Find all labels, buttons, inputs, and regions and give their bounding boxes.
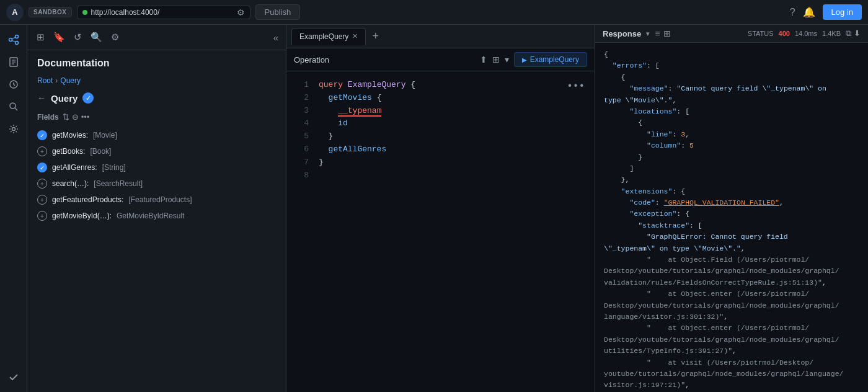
field-type: [Movie] <box>93 131 117 140</box>
fields-more-icon[interactable]: ••• <box>81 112 90 122</box>
layout-chevron-icon[interactable]: ▾ <box>505 55 509 65</box>
svg-point-2 <box>15 42 18 45</box>
code-line-2: 2 getMovies { <box>296 92 585 105</box>
response-size: 1.4KB <box>822 30 841 37</box>
line-content: query ExampleQuery { <box>319 79 415 92</box>
fields-sort-icon[interactable]: ⇅ <box>63 112 69 122</box>
field-type: [Book] <box>90 147 111 156</box>
field-list: ✓ getMovies: [Movie] + getBooks: [Book] … <box>27 125 286 226</box>
doc-bookmark-icon[interactable]: 🔖 <box>51 30 67 45</box>
status-code: 400 <box>779 30 790 37</box>
editor-toolbar: Operation ⬆ ⊞ ▾ ExampleQuery <box>286 48 595 71</box>
code-line-1: 1 query ExampleQuery { <box>296 79 585 92</box>
code-line-8: 8 <box>296 169 585 182</box>
field-plus-icon: + <box>37 211 47 221</box>
settings-icon[interactable]: ⚙ <box>237 7 245 17</box>
code-line-4: 4 id <box>296 117 585 130</box>
login-button[interactable]: Log in <box>823 4 862 20</box>
help-icon[interactable]: ? <box>790 7 795 18</box>
url-text: http://localhost:4000/ <box>91 8 160 17</box>
sidebar-icon-search[interactable] <box>4 97 24 117</box>
code-line-6: 6 getAllGenres <box>296 143 585 156</box>
doc-settings-icon[interactable]: ⚙ <box>109 30 121 45</box>
back-arrow-icon[interactable]: ← <box>37 93 46 103</box>
sidebar-icon-docs[interactable] <box>4 52 24 72</box>
field-type: [String] <box>102 163 126 172</box>
editor-panel: ExampleQuery ✕ + Operation ⬆ ⊞ ▾ Example… <box>286 25 595 392</box>
line-content: __typenam <box>319 105 381 118</box>
field-name: getMovieById(…): <box>52 212 112 220</box>
field-type: GetMovieByIdResult <box>117 212 184 220</box>
field-name: getFeaturedProducts: <box>52 195 123 204</box>
publish-button[interactable]: Publish <box>255 4 301 20</box>
sidebar-icon-history[interactable] <box>4 74 24 94</box>
tab-close-icon[interactable]: ✕ <box>352 32 358 40</box>
query-title: Query <box>51 93 78 104</box>
line-content: getMovies { <box>319 92 381 105</box>
doc-grid-icon[interactable]: ⊞ <box>35 30 46 45</box>
sidebar-icon-check[interactable] <box>4 367 24 387</box>
response-body[interactable]: { "errors": [ { "message": "Cannot query… <box>595 43 868 392</box>
run-button[interactable]: ExampleQuery <box>514 52 587 67</box>
line-number: 8 <box>296 169 309 182</box>
code-editor[interactable]: ••• 1 query ExampleQuery { 2 getMovies {… <box>286 71 595 392</box>
response-time: 14.0ms <box>795 30 817 37</box>
list-item[interactable]: ✓ getAllGenres: [String] <box>37 160 276 175</box>
line-number: 3 <box>296 105 309 118</box>
list-item[interactable]: + getFeaturedProducts: [FeaturedProducts… <box>37 192 276 207</box>
doc-toolbar: ⊞ 🔖 ↺ 🔍 ⚙ « <box>27 25 286 50</box>
doc-search-icon[interactable]: 🔍 <box>89 30 104 45</box>
copy-icon[interactable]: ⧉ <box>846 29 851 38</box>
share-icon[interactable]: ⬆ <box>480 55 487 65</box>
sidebar-icon-graph[interactable] <box>4 30 24 50</box>
svg-point-0 <box>9 38 12 42</box>
doc-history-icon[interactable]: ↺ <box>72 30 84 45</box>
list-item[interactable]: + getBooks: [Book] <box>37 144 276 159</box>
svg-point-12 <box>12 128 15 131</box>
fields-icons: ⇅ ⊖ ••• <box>63 112 90 122</box>
filter-icon[interactable]: ≡ <box>655 29 660 38</box>
breadcrumb-query[interactable]: Query <box>60 76 81 85</box>
download-icon[interactable]: ⬇ <box>854 29 861 38</box>
field-name: search(…): <box>52 179 89 188</box>
line-content: } <box>319 156 324 169</box>
grid-icon[interactable]: ⊞ <box>663 29 671 38</box>
app-logo[interactable]: A <box>6 4 24 21</box>
line-content: id <box>319 117 348 130</box>
url-bar[interactable]: http://localhost:4000/ ⚙ <box>77 6 250 19</box>
response-icons: ≡ ⊞ <box>655 29 671 38</box>
svg-line-3 <box>12 37 16 39</box>
tab-label: ExampleQuery <box>299 32 348 41</box>
connection-status-dot <box>82 10 87 15</box>
breadcrumb-root[interactable]: Root <box>37 76 53 85</box>
line-number: 6 <box>296 143 309 156</box>
fields-minus-icon[interactable]: ⊖ <box>72 112 79 122</box>
list-item[interactable]: + getMovieById(…): GetMovieByIdResult <box>37 208 276 223</box>
fields-header: Fields ⇅ ⊖ ••• <box>27 109 286 125</box>
line-number: 1 <box>296 79 309 92</box>
list-item[interactable]: ✓ getMovies: [Movie] <box>37 128 276 143</box>
editor-toolbar-icons: ⬆ ⊞ ▾ ExampleQuery <box>480 52 587 67</box>
bell-icon[interactable]: 🔔 <box>803 6 815 18</box>
response-chevron-icon[interactable]: ▾ <box>646 30 650 38</box>
layout-icon[interactable]: ⊞ <box>492 55 500 65</box>
more-options-icon[interactable]: ••• <box>567 79 585 95</box>
field-plus-icon: + <box>37 146 47 156</box>
list-item[interactable]: + search(…): [SearchResult] <box>37 176 276 191</box>
svg-line-4 <box>12 40 16 42</box>
doc-back: ← Query ✓ <box>27 87 286 109</box>
add-tab-icon[interactable]: + <box>368 29 383 44</box>
line-number: 7 <box>296 156 309 169</box>
line-number: 5 <box>296 130 309 143</box>
field-plus-icon: + <box>37 195 47 205</box>
response-label: Response <box>603 29 641 38</box>
line-number: 4 <box>296 117 309 130</box>
sidebar-icon-settings[interactable] <box>4 119 24 139</box>
svg-point-1 <box>15 35 18 38</box>
topbar: A SANDBOX http://localhost:4000/ ⚙ Publi… <box>0 0 868 25</box>
line-number: 2 <box>296 92 309 105</box>
doc-collapse-icon[interactable]: « <box>273 32 278 43</box>
doc-breadcrumb: Root › Query <box>27 74 286 87</box>
field-check-icon: ✓ <box>37 163 47 172</box>
editor-tab-example[interactable]: ExampleQuery ✕ <box>291 28 366 45</box>
